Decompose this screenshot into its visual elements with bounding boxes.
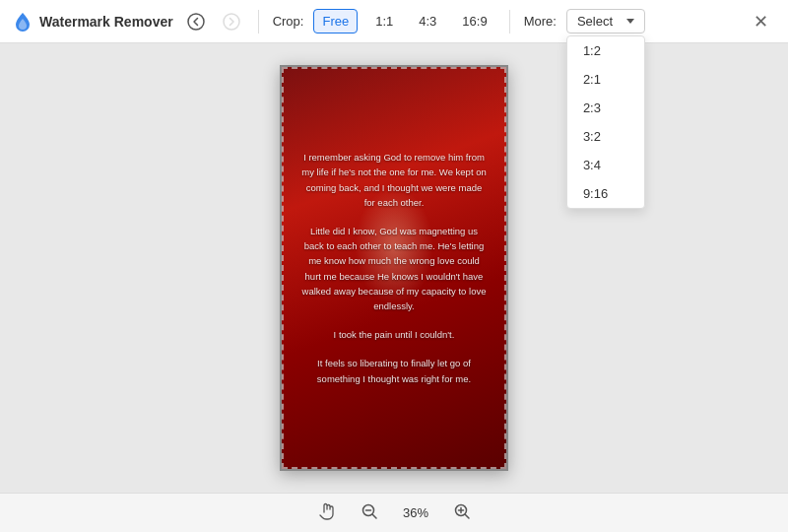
dropdown-menu: 1:2 2:1 2:3 3:2 3:4 9:16 [566, 35, 645, 209]
canvas-area: I remember asking God to remove him from… [0, 43, 788, 493]
zoom-level: 36% [398, 505, 433, 520]
chevron-down-icon [626, 19, 634, 24]
select-button[interactable]: Select [566, 9, 645, 33]
dropdown-item-9-16[interactable]: 9:16 [567, 179, 644, 208]
toolbar: Watermark Remover Crop: Free 1:1 4:3 16:… [0, 0, 788, 43]
dropdown-item-2-3[interactable]: 2:3 [567, 94, 644, 122]
crop-free-button[interactable]: Free [313, 9, 358, 33]
image-paragraph-1: I remember asking God to remove him from… [301, 150, 487, 210]
dropdown-item-3-2[interactable]: 3:2 [567, 122, 644, 151]
zoom-in-icon [453, 502, 471, 520]
image-text-content: I remember asking God to remove him from… [282, 67, 506, 469]
svg-line-8 [466, 514, 470, 518]
separator-2 [509, 10, 510, 33]
crop-4-3-button[interactable]: 4:3 [411, 10, 444, 33]
forward-arrow-icon [223, 13, 240, 31]
separator-1 [258, 10, 259, 33]
crop-16-9-button[interactable]: 16:9 [454, 10, 494, 33]
zoom-out-icon [361, 502, 378, 520]
select-label: Select [577, 14, 613, 29]
crop-1-1-button[interactable]: 1:1 [367, 10, 401, 33]
svg-line-4 [373, 514, 377, 518]
app-logo: Watermark Remover [12, 11, 173, 33]
close-button[interactable]: ✕ [746, 7, 776, 36]
dropdown-item-2-1[interactable]: 2:1 [567, 65, 644, 94]
select-dropdown[interactable]: Select 1:2 2:1 2:3 3:2 3:4 9:16 [566, 9, 645, 33]
crop-label: Crop: [273, 14, 304, 29]
zoom-in-button[interactable] [447, 499, 477, 528]
app-logo-icon [12, 11, 33, 33]
nav-forward-button[interactable] [219, 9, 244, 34]
pan-tool-button[interactable] [311, 499, 341, 528]
svg-point-0 [188, 14, 204, 30]
image-paragraph-2: Little did I know, God was magnetting us… [301, 224, 487, 313]
back-arrow-icon [187, 13, 205, 31]
image-preview: I remember asking God to remove him from… [280, 65, 508, 471]
image-paragraph-3: I took the pain until I couldn't. [334, 327, 455, 342]
nav-back-button[interactable] [183, 9, 209, 34]
statusbar: 36% [0, 493, 788, 532]
svg-point-1 [224, 14, 239, 30]
dropdown-item-3-4[interactable]: 3:4 [567, 151, 644, 179]
dropdown-item-1-2[interactable]: 1:2 [567, 36, 644, 65]
zoom-out-button[interactable] [355, 499, 384, 528]
hand-icon [317, 502, 335, 520]
app-title: Watermark Remover [39, 14, 173, 30]
image-paragraph-4: It feels so liberating to finally let go… [301, 356, 487, 385]
more-label: More: [524, 14, 557, 29]
